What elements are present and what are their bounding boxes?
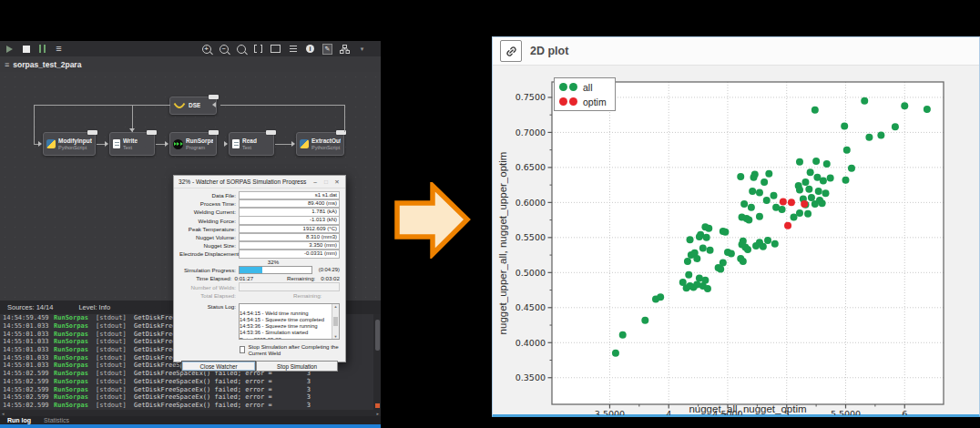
scatter-point[interactable]	[804, 210, 812, 218]
scatter-point[interactable]	[784, 222, 791, 229]
scroll-down-icon[interactable]: ▼	[334, 334, 338, 339]
scatter-point[interactable]	[721, 229, 729, 236]
log-row[interactable]: 14:55:02.599RunSorpas[stdout]GetDiskFree…	[0, 393, 381, 402]
workflow-node[interactable]: RunSorpasProgram	[169, 132, 217, 156]
workflow-menu-icon[interactable]: ≡	[5, 60, 9, 69]
scatter-point[interactable]	[765, 170, 772, 178]
scatter-point[interactable]	[842, 177, 850, 184]
scatter-point[interactable]	[699, 244, 707, 251]
scatter-point[interactable]	[657, 293, 664, 301]
tab-run-log[interactable]: Run log	[7, 417, 31, 423]
scrollbar-thumb[interactable]	[333, 317, 338, 326]
scatter-point[interactable]	[763, 197, 771, 204]
caret-down-icon[interactable]: ▾	[357, 44, 367, 54]
scatter-point[interactable]	[760, 243, 767, 250]
scatter-point[interactable]	[705, 225, 712, 232]
workflow-node[interactable]: ReadText	[229, 132, 274, 156]
scatter-point[interactable]	[748, 204, 755, 211]
scatter-point[interactable]	[827, 174, 834, 181]
field-value[interactable]: 8.310 (mm3)	[239, 233, 340, 241]
scatter-point[interactable]	[788, 199, 795, 206]
scatter-point[interactable]	[841, 122, 848, 129]
scatter-point[interactable]	[641, 317, 648, 324]
workflow-node[interactable]: ModifyInputPythonScript	[43, 132, 96, 156]
scatter-point[interactable]	[696, 233, 703, 240]
scatter-point[interactable]	[877, 131, 884, 138]
menu-icon[interactable]: ≡	[54, 44, 64, 54]
field-value[interactable]: 1912.609 (°C)	[239, 225, 340, 233]
scatter-point[interactable]	[801, 200, 808, 208]
scatter-point[interactable]	[796, 209, 803, 217]
scrollbar-thumb[interactable]	[375, 320, 380, 351]
scatter-point[interactable]	[744, 246, 751, 253]
log-level[interactable]: Level: Info	[78, 303, 110, 311]
scatter-point[interactable]	[791, 214, 798, 221]
scatter-point[interactable]	[737, 173, 744, 180]
scatter-point[interactable]	[807, 168, 814, 176]
link-button[interactable]	[500, 40, 522, 62]
scatter-point[interactable]	[740, 258, 747, 265]
scatter-point[interactable]	[808, 194, 815, 201]
scatter-point[interactable]	[820, 178, 827, 185]
field-value[interactable]: -1.013 (kN)	[239, 216, 340, 224]
scatter-point[interactable]	[750, 174, 757, 181]
field-value[interactable]: -0.0331 (mm)	[239, 250, 340, 258]
scatter-point[interactable]	[901, 102, 908, 109]
field-value[interactable]: 3.350 (mm)	[239, 241, 340, 250]
scatter-point[interactable]	[848, 165, 855, 172]
play-icon[interactable]	[5, 44, 15, 54]
scatter-point[interactable]	[703, 234, 710, 241]
workflow-node[interactable]: ExtractOutputPythonScript	[296, 132, 344, 156]
fit-view-icon[interactable]	[253, 44, 263, 54]
pause-icon[interactable]	[37, 44, 47, 54]
scatter-point[interactable]	[822, 189, 829, 197]
scroll-right-icon[interactable]: ▸	[376, 411, 379, 416]
stop-icon[interactable]	[21, 44, 31, 54]
legend-item-optim[interactable]: optim	[559, 95, 607, 108]
status-log-list[interactable]: 14:54:15 - Weld time running14:54:15 - S…	[239, 303, 340, 340]
scatter-point[interactable]	[693, 255, 700, 262]
log-row[interactable]: 14:55:02.599RunSorpas[stdout]GetDiskFree…	[0, 378, 381, 386]
scatter-point[interactable]	[865, 134, 873, 141]
scatter-point[interactable]	[761, 178, 768, 186]
scatter-point[interactable]	[740, 238, 747, 245]
log-row[interactable]: 14:55:02.599RunSorpas[stdout]GetDiskFree…	[0, 385, 381, 393]
dialog-titlebar[interactable]: 32% - Watcher of SORPAS Simulation Progr…	[174, 176, 345, 189]
scatter-point[interactable]	[740, 200, 748, 208]
log-row[interactable]: 14:55:02.599RunSorpas[stdout]GetDiskFree…	[0, 402, 381, 410]
scatter-point[interactable]	[770, 192, 777, 199]
close-watcher-button[interactable]: Close Watcher	[181, 361, 256, 372]
field-value[interactable]: 89.400 (ms)	[239, 199, 340, 208]
scatter-point[interactable]	[796, 158, 803, 166]
log-horizontal-scrollbar[interactable]: ◂ ▸	[0, 410, 381, 416]
scatter-point[interactable]	[745, 217, 752, 224]
close-icon[interactable]: ✕	[332, 178, 342, 186]
field-value[interactable]: 1.781 (kA)	[239, 208, 340, 216]
minimap-icon[interactable]	[271, 44, 281, 54]
scatter-point[interactable]	[756, 189, 763, 197]
field-value[interactable]: s1 s1.dat	[239, 191, 340, 199]
scroll-up-icon[interactable]: ▲	[334, 304, 338, 309]
stop-simulation-button[interactable]: Stop Simulation	[256, 361, 338, 372]
scatter-point[interactable]	[812, 107, 819, 114]
scatter-point[interactable]	[684, 258, 691, 265]
legend[interactable]: alloptim	[554, 77, 616, 111]
scatter-point[interactable]	[619, 331, 627, 339]
minimize-icon[interactable]: –	[310, 178, 321, 185]
scatter-point[interactable]	[764, 237, 771, 244]
scatter-point[interactable]	[796, 187, 803, 194]
scatter-point[interactable]	[720, 260, 727, 267]
scatter-point[interactable]	[707, 247, 714, 254]
list-icon[interactable]	[288, 44, 298, 54]
edit-icon[interactable]: ✎	[322, 44, 332, 54]
status-log-scrollbar[interactable]: ▲ ▼	[332, 304, 339, 339]
scatter-point[interactable]	[612, 350, 619, 357]
scatter-point[interactable]	[779, 206, 786, 213]
legend-item-all[interactable]: all	[559, 80, 607, 94]
scatter-point[interactable]	[701, 277, 709, 284]
scatter-point[interactable]	[749, 188, 756, 195]
zoom-out-icon[interactable]: −	[219, 44, 229, 54]
scatter-point[interactable]	[780, 199, 787, 206]
log-vertical-scrollbar[interactable]	[373, 314, 381, 410]
scroll-left-icon[interactable]: ◂	[2, 411, 5, 416]
